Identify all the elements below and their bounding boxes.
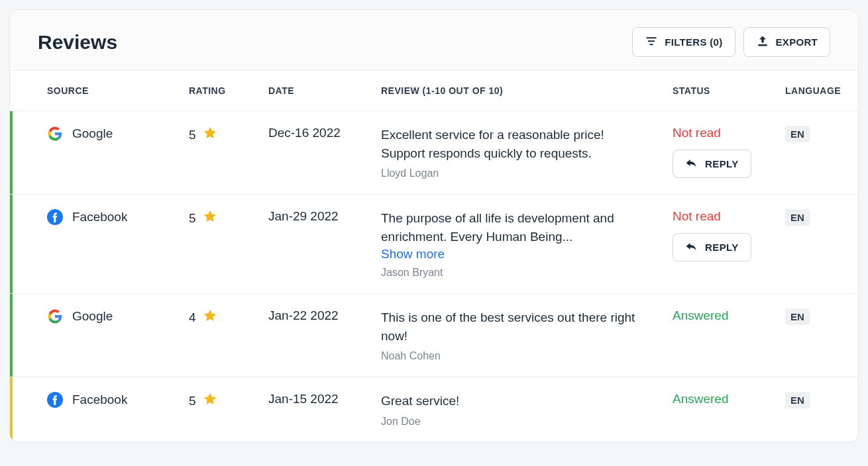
col-source[interactable]: SOURCE [10, 71, 176, 111]
filters-label: FILTERS (0) [665, 36, 722, 48]
header-actions: FILTERS (0) EXPORT [632, 27, 830, 57]
review-author: Noah Cohen [381, 350, 646, 362]
page-title: Reviews [38, 31, 117, 54]
date-text: Dec-16 2022 [268, 126, 341, 140]
table-row: Facebook5Jan-29 2022The purpose of all l… [10, 195, 858, 294]
table-row: Google4Jan-22 2022This is one of the bes… [10, 294, 858, 377]
language-badge: EN [785, 308, 810, 325]
source-name: Facebook [72, 393, 127, 407]
reply-button[interactable]: REPLY [673, 233, 751, 261]
reviews-card: Reviews FILTERS (0) EXPORT SOURCE RA [9, 9, 859, 443]
svg-rect-0 [647, 37, 657, 38]
facebook-icon [47, 392, 63, 408]
date-text: Jan-29 2022 [268, 209, 339, 223]
source-name: Google [72, 126, 113, 141]
header: Reviews FILTERS (0) EXPORT [10, 10, 858, 70]
reply-icon [685, 157, 698, 171]
date-text: Jan-22 2022 [268, 308, 339, 322]
status-text: Not read [673, 209, 759, 224]
col-language[interactable]: LANGUAGE [772, 71, 858, 111]
source-name: Facebook [72, 210, 127, 224]
review-text: Excellent service for a reasonable price… [381, 126, 646, 162]
star-icon [203, 126, 217, 144]
review-author: Lloyd Logan [381, 167, 646, 179]
col-date[interactable]: DATE [255, 71, 368, 111]
table-header-row: SOURCE RATING DATE REVIEW (1-10 OUT OF 1… [10, 71, 858, 111]
export-label: EXPORT [776, 36, 818, 48]
language-badge: EN [785, 126, 810, 142]
table-row: Google5Dec-16 2022Excellent service for … [10, 111, 858, 195]
rating-value: 4 [189, 310, 196, 325]
status-text: Not read [673, 126, 759, 140]
row-accent [10, 294, 13, 377]
star-icon [203, 308, 217, 326]
row-accent [10, 111, 13, 194]
svg-rect-2 [650, 44, 653, 45]
review-text: The purpose of all life is development a… [381, 209, 646, 246]
rating-value: 5 [189, 211, 196, 226]
status-text: Answered [673, 308, 759, 323]
language-badge: EN [785, 209, 810, 226]
rating-value: 5 [189, 128, 196, 142]
review-text: This is one of the best services out the… [381, 308, 646, 345]
reply-label: REPLY [705, 158, 739, 169]
reviews-table: SOURCE RATING DATE REVIEW (1-10 OUT OF 1… [10, 70, 858, 442]
source-name: Google [72, 309, 113, 324]
facebook-icon [47, 209, 63, 225]
col-review[interactable]: REVIEW (1-10 OUT OF 10) [368, 71, 659, 111]
col-rating[interactable]: RATING [176, 71, 255, 111]
language-badge: EN [785, 392, 810, 408]
star-icon [203, 209, 217, 227]
show-more-link[interactable]: Show more [381, 247, 646, 261]
row-accent [10, 195, 13, 293]
row-accent [10, 377, 13, 442]
rating-value: 5 [189, 394, 196, 408]
review-author: Jon Doe [381, 416, 646, 428]
status-text: Answered [673, 392, 759, 406]
filters-button[interactable]: FILTERS (0) [632, 27, 735, 57]
star-icon [203, 392, 217, 410]
review-author: Jason Bryant [381, 267, 646, 279]
date-text: Jan-15 2022 [268, 392, 339, 406]
export-button[interactable]: EXPORT [743, 27, 830, 57]
reply-button[interactable]: REPLY [673, 150, 751, 178]
svg-rect-1 [648, 40, 655, 42]
upload-icon [756, 34, 769, 50]
google-icon [47, 126, 63, 142]
col-status[interactable]: STATUS [659, 71, 772, 111]
google-icon [47, 308, 63, 324]
review-text: Great service! [381, 392, 646, 410]
table-row: Facebook5Jan-15 2022Great service!Jon Do… [10, 377, 858, 442]
filter-icon [645, 34, 658, 50]
reply-icon [685, 240, 698, 254]
svg-rect-3 [758, 44, 767, 46]
reply-label: REPLY [705, 242, 739, 253]
